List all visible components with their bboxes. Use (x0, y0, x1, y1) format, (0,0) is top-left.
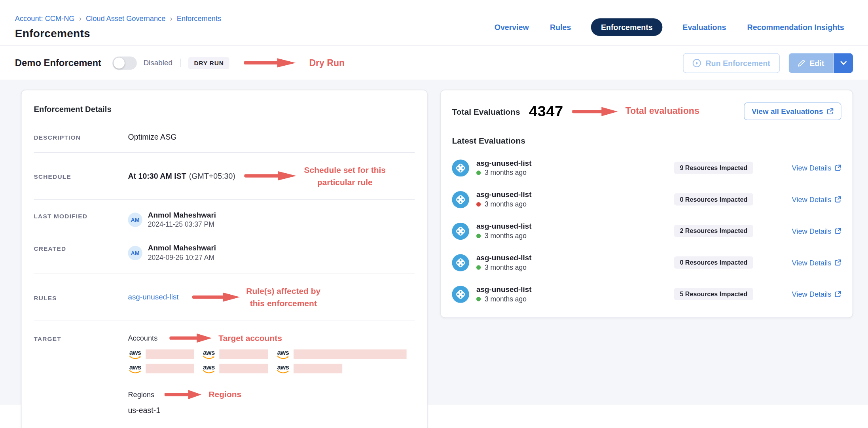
divider (34, 320, 415, 321)
tab[interactable]: Overview (493, 18, 530, 36)
view-details-link[interactable]: View Details (776, 290, 841, 298)
governance-rule-icon (452, 159, 469, 176)
schedule-annotation: Schedule set for this particular rule (304, 164, 386, 188)
redacted-account-name (294, 350, 407, 359)
evaluations-card: Total Evaluations 4347 Total evaluations… (440, 90, 853, 318)
breadcrumb: Account: CCM-NG › Cloud Asset Governance… (15, 14, 221, 23)
divider (34, 152, 415, 153)
tab[interactable]: Evaluations (682, 18, 728, 36)
view-details-label: View Details (792, 227, 832, 235)
breadcrumb-enforcements-link[interactable]: Enforcements (177, 14, 221, 23)
evaluation-info: asg-unused-list 3 months ago (452, 254, 651, 271)
view-all-evaluations-label: View all Evaluations (752, 107, 823, 116)
tab[interactable]: Rules (549, 18, 572, 36)
target-annotation: Target accounts (218, 332, 282, 344)
aws-logo: aws (202, 364, 216, 374)
aws-logo: aws (276, 364, 290, 374)
aws-account-chip: aws (276, 364, 342, 374)
description-row: DESCRIPTION Optimize ASG (34, 127, 415, 147)
divider (34, 274, 415, 274)
breadcrumb-account-link[interactable]: Account: CCM-NG (15, 14, 75, 23)
schedule-row: SCHEDULE At 10:30 AM IST (GMT+05:30) Sch… (34, 158, 415, 193)
avatar: AM (128, 246, 142, 260)
external-link-icon (835, 196, 841, 203)
external-link-icon (835, 227, 841, 234)
aws-logo-text: aws (277, 364, 289, 371)
schedule-annotation-line2: particular rule (317, 176, 373, 188)
redacted-account-name (294, 364, 342, 373)
play-icon (692, 59, 701, 67)
view-details-label: View Details (792, 195, 832, 204)
enabled-toggle[interactable] (112, 56, 137, 70)
edit-dropdown-button[interactable] (833, 53, 853, 73)
annotation-arrow (170, 333, 213, 343)
aws-smile-icon (277, 370, 290, 374)
status-dot (476, 234, 481, 238)
last-modified-date: 2024-11-25 03:37 PM (148, 220, 216, 229)
last-modified-name: Anmol Maheshwari (148, 211, 216, 220)
run-enforcement-label: Run Enforcement (705, 59, 770, 67)
edit-button[interactable]: Edit (788, 53, 833, 73)
aws-logo: aws (276, 350, 290, 360)
resources-impacted-badge: 9 Resources Impacted (674, 162, 753, 174)
evaluations-list: asg-unused-list 3 months ago 9 Resources… (452, 159, 841, 303)
evaluation-time: 3 months ago (485, 295, 527, 303)
view-details-label: View Details (792, 290, 832, 298)
evaluation-time: 3 months ago (485, 169, 527, 177)
aws-logo-text: aws (203, 364, 215, 371)
created-row: CREATED AM Anmol Maheshwari 2024-09-26 1… (34, 238, 415, 268)
tab[interactable]: Enforcements (591, 18, 663, 36)
aws-smile-icon (202, 370, 216, 374)
breadcrumb-separator: › (170, 14, 172, 23)
evaluation-rule-name: asg-unused-list (476, 222, 532, 230)
regions-annotation: Regions (208, 388, 241, 400)
external-link-icon (835, 291, 841, 297)
evaluations-header: Total Evaluations 4347 Total evaluations… (452, 102, 841, 120)
aws-account-chip: aws (128, 364, 194, 374)
dry-run-annotation: Dry Run (309, 56, 345, 69)
page: Account: CCM-NG › Cloud Asset Governance… (0, 0, 868, 428)
run-enforcement-button[interactable]: Run Enforcement (683, 53, 780, 73)
annotation-arrow (164, 389, 202, 400)
description-value: Optimize ASG (128, 133, 176, 141)
target-row: TARGET Accounts Target accounts (34, 326, 415, 420)
external-link-icon (835, 259, 841, 266)
toggle-state-label: Disabled (143, 59, 172, 67)
last-modified-row: LAST MODIFIED AM Anmol Maheshwari 2024-1… (34, 205, 415, 235)
aws-account-chip: aws (276, 350, 406, 360)
governance-rule-icon (452, 286, 469, 303)
annotation-arrow (572, 106, 619, 117)
redacted-account-name (146, 350, 194, 359)
aws-logo-text: aws (277, 350, 289, 356)
evaluation-rule-name: asg-unused-list (476, 254, 532, 262)
view-details-link[interactable]: View Details (776, 164, 841, 172)
page-title: Enforcements (15, 27, 221, 40)
aws-logo: aws (128, 364, 142, 374)
total-evaluations-annotation: Total evaluations (625, 105, 699, 118)
content-area: Enforcement Details DESCRIPTION Optimize… (0, 80, 868, 405)
breadcrumb-governance-link[interactable]: Cloud Asset Governance (86, 14, 165, 23)
total-evaluations-value: 4347 (529, 103, 563, 120)
status-dot (476, 265, 481, 270)
evaluation-info: asg-unused-list 3 months ago (452, 159, 651, 177)
edit-split-button: Edit (788, 53, 853, 73)
target-accounts-list: aws aws (128, 350, 411, 374)
status-dot (476, 202, 481, 206)
view-details-link[interactable]: View Details (776, 195, 841, 204)
aws-smile-icon (129, 356, 142, 360)
view-all-evaluations-button[interactable]: View all Evaluations (744, 102, 841, 120)
view-details-link[interactable]: View Details (776, 227, 841, 235)
annotation-arrow (244, 58, 297, 68)
governance-rule-icon (452, 222, 469, 239)
view-details-link[interactable]: View Details (776, 258, 841, 267)
redacted-account-name (219, 350, 268, 359)
rule-link[interactable]: asg-unused-list (128, 293, 178, 301)
aws-logo: aws (202, 350, 216, 360)
evaluation-info: asg-unused-list 3 months ago (452, 222, 651, 240)
tab[interactable]: Recommendation Insights (746, 18, 845, 36)
rules-annotation: Rule(s) affected by this enforcement (246, 285, 320, 309)
created-person: AM Anmol Maheshwari 2024-09-26 10:27 AM (128, 244, 216, 262)
breadcrumb-separator: › (79, 14, 81, 23)
chevron-down-icon (840, 61, 847, 65)
evaluation-row: asg-unused-list 3 months ago 5 Resources… (452, 285, 841, 303)
